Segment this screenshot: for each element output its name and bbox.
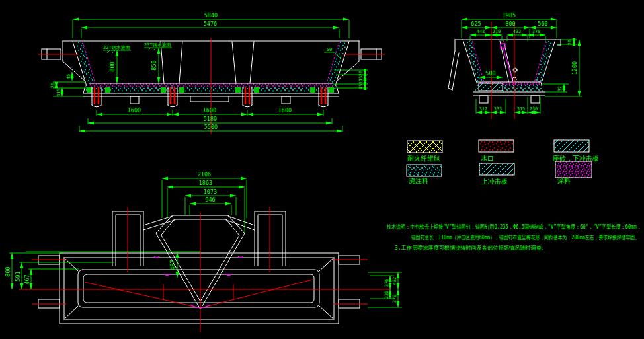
dim-wall-50: 50 (327, 47, 332, 52)
dim-width-top: 5840 (204, 12, 218, 19)
drawing: 5840 5476 22T钢水液面 800 23T钢水液面 850 50 20 … (0, 0, 644, 339)
plan-view: 2106 1863 1073 946 487 800 591 467 376 4… (5, 171, 402, 332)
dim-625: 625 (471, 20, 481, 27)
dim-230: 230 (530, 106, 538, 112)
dim-right-376: 376 (384, 279, 389, 287)
section-view-end: 1985 625 800 560 443 219 432 378 500 20 … (448, 12, 582, 119)
dim-depth-850: 850 (151, 60, 157, 70)
dim-1073: 1073 (204, 188, 217, 195)
cad-canvas: 5840 5476 22T钢水液面 800 23T钢水液面 850 50 20 … (0, 0, 644, 339)
dim-500: 500 (485, 70, 495, 77)
dim-right-370: 370 (392, 295, 397, 303)
dim-1985: 1985 (503, 12, 516, 19)
dim-left-800: 800 (5, 266, 11, 276)
legend: 耐火纤维毡 水口 座砖，下冲击板 浇注料 上冲击板 涂料 (407, 140, 599, 185)
section-view-main: 5840 5476 22T钢水液面 800 23T钢水液面 850 50 20 … (38, 12, 385, 134)
coating-marks (154, 256, 243, 308)
dim-right-432: 432 (392, 277, 397, 285)
dim-378: 378 (532, 29, 541, 34)
dim-315: 315 (517, 106, 526, 112)
legend-label-seat-brick: 座砖，下冲击板 (553, 155, 599, 162)
legend-swatch-upper-impact-plate (479, 163, 514, 175)
dim-946: 946 (205, 196, 215, 203)
dim-pitch-1: 1600 (128, 107, 141, 114)
dim-32: 32 (557, 86, 563, 91)
legend-label-castable: 浇注料 (409, 177, 428, 184)
stopper-hole-1 (513, 68, 517, 72)
dim-487: 487 (169, 260, 176, 270)
dim-right-115: 115 (358, 76, 364, 85)
dim-20: 20 (567, 40, 573, 45)
dim-333: 333 (494, 106, 503, 112)
dim-left-467: 467 (24, 274, 30, 284)
legend-swatch-seat-brick (554, 140, 589, 152)
dim-width-5189: 5189 (204, 116, 217, 122)
dim-left-20: 20 (50, 83, 56, 88)
impact-pad-block (479, 83, 503, 91)
dim-432: 432 (513, 29, 522, 34)
dim-219: 219 (493, 29, 501, 34)
legend-label-fiber-felt: 耐火纤维毡 (407, 155, 440, 162)
dim-443: 443 (477, 29, 485, 34)
steel-level-22t-label: 22T钢水液面 (103, 45, 130, 50)
technical-notes: 技术说明：中包铁壳上焊接“V”型锚固钉，锚固钉用Q.235，Φ6.5圆钢制成，“… (386, 223, 641, 251)
dim-pitch-3: 1600 (278, 107, 292, 114)
dim-left-45: 45 (66, 74, 71, 79)
dim-pitch-2: 1600 (203, 107, 216, 114)
dim-left-115: 115 (56, 89, 61, 97)
dim-2106: 2106 (198, 171, 211, 178)
note-line-1: 技术说明：中包铁壳上焊接“V”型锚固钉，锚固钉用Q.235，Φ6.5圆钢制成，“… (386, 223, 641, 230)
dim-right-230: 230 (384, 291, 389, 299)
legend-label-nozzle: 水口 (481, 155, 494, 162)
legend-label-coating: 涂料 (557, 177, 571, 184)
legend-label-upper-impact-plate: 上冲击板 (481, 178, 508, 185)
dim-1200: 1200 (571, 61, 578, 75)
dim-right-45: 45 (358, 84, 364, 89)
dim-left-591: 591 (15, 271, 21, 281)
dim-1863: 1863 (199, 180, 212, 186)
note-line-3: 3.工作层喷涂厚度可根据浇铸时间及各部位损坏情况随时调整。 (395, 245, 547, 251)
legend-swatch-coating (555, 161, 592, 178)
dim-312: 312 (479, 106, 488, 112)
legend-swatch-castable (407, 165, 442, 176)
dim-right-20: 20 (358, 71, 364, 76)
dim-width-5500: 5500 (204, 124, 218, 130)
dim-560: 560 (538, 20, 547, 27)
dim-depth-800: 800 (109, 61, 116, 71)
dim-800: 800 (505, 20, 515, 27)
dim-width-inner: 5476 (204, 20, 217, 27)
note-line-2: 锚固钉总长：110mm（冲击区底用60mm）；锚固钉布置呈梅花形，间距基本为：2… (411, 234, 639, 241)
steel-level-23t-label: 23T钢水液面 (144, 42, 171, 48)
legend-swatch-nozzle (479, 140, 514, 152)
legend-swatch-fiber-felt (407, 141, 442, 153)
